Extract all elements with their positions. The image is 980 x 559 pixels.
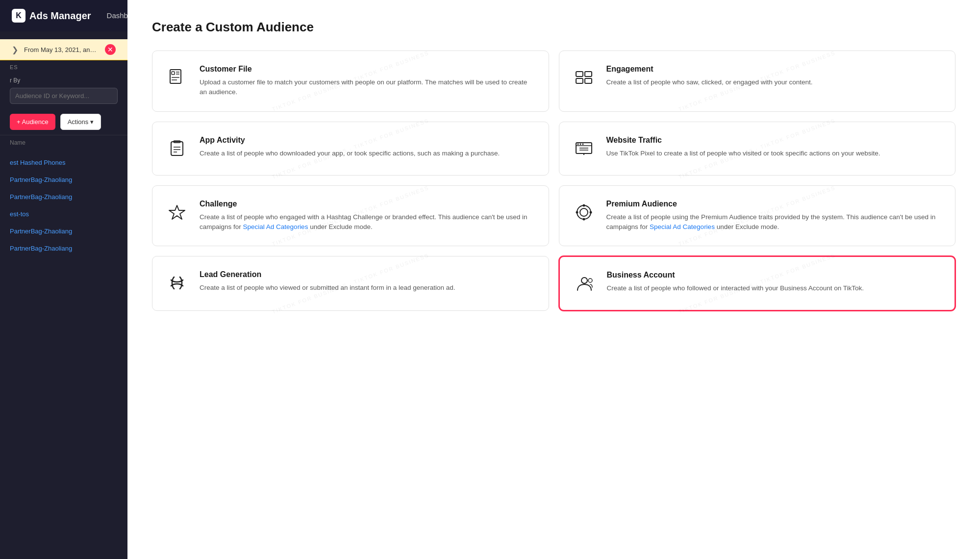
- svg-point-19: [582, 143, 583, 145]
- svg-point-27: [582, 218, 585, 220]
- app-activity-title: App Activity: [200, 136, 535, 145]
- list-item[interactable]: est-tos: [0, 205, 127, 223]
- lead-generation-icon: [164, 270, 190, 296]
- svg-point-18: [579, 143, 581, 145]
- svg-point-28: [576, 211, 578, 213]
- list-item[interactable]: PartnerBag-Zhaoliang: [0, 223, 127, 240]
- website-traffic-card[interactable]: Website Traffic Use TikTok Pixel to crea…: [559, 122, 956, 176]
- svg-rect-9: [585, 78, 592, 83]
- challenge-title: Challenge: [200, 200, 535, 208]
- page-layout: ❯ From May 13, 2021, any audie... ✕ es r…: [0, 31, 980, 559]
- alert-text: From May 13, 2021, any audie...: [24, 46, 99, 53]
- website-traffic-icon: [571, 136, 597, 161]
- alert-close-button[interactable]: ✕: [105, 44, 116, 55]
- list-item[interactable]: PartnerBag-Zhaoliang: [0, 171, 127, 188]
- svg-point-24: [580, 208, 588, 216]
- website-traffic-desc: Use TikTok Pixel to create a list of peo…: [606, 149, 942, 158]
- customer-file-title: Customer File: [200, 65, 535, 74]
- svg-point-31: [588, 279, 592, 282]
- app-activity-desc: Create a list of people who downloaded y…: [200, 149, 535, 158]
- modal-title: Create a Custom Audience: [152, 20, 955, 35]
- alert-bar: ❯ From May 13, 2021, any audie... ✕: [0, 39, 127, 60]
- business-account-title: Business Account: [607, 271, 941, 280]
- list-item[interactable]: PartnerBag-Zhaoliang: [0, 240, 127, 257]
- list-item[interactable]: est Hashed Phones: [0, 154, 127, 171]
- actions-chevron-icon: ▾: [90, 118, 94, 126]
- svg-point-17: [577, 143, 578, 145]
- premium-audience-desc: Create a list of people using the Premiu…: [606, 212, 942, 232]
- lead-generation-content: Lead Generation Create a list of people …: [200, 270, 535, 293]
- app-activity-content: App Activity Create a list of people who…: [200, 136, 535, 158]
- sidebar-section-label: es: [0, 60, 127, 72]
- customer-file-content: Customer File Upload a customer file to …: [200, 65, 535, 98]
- business-account-icon: [572, 271, 597, 296]
- business-account-card[interactable]: Business Account Create a list of people…: [559, 256, 956, 311]
- svg-point-29: [589, 211, 592, 213]
- sidebar-table-header: Name: [0, 135, 127, 150]
- engagement-title: Engagement: [606, 65, 942, 74]
- engagement-icon: [571, 65, 597, 90]
- premium-audience-content: Premium Audience Create a list of people…: [606, 200, 942, 232]
- challenge-desc: Create a list of people who engaged with…: [200, 212, 535, 232]
- challenge-card[interactable]: Challenge Create a list of people who en…: [152, 185, 549, 247]
- list-item[interactable]: PartnerBag-Zhaoliang: [0, 188, 127, 205]
- svg-point-26: [582, 204, 585, 206]
- lead-generation-desc: Create a list of people who viewed or su…: [200, 283, 535, 293]
- brand-icon: K: [12, 9, 25, 23]
- audience-search-input[interactable]: [10, 88, 118, 104]
- premium-audience-icon: [571, 200, 597, 225]
- premium-audience-title: Premium Audience: [606, 200, 942, 208]
- business-account-content: Business Account Create a list of people…: [607, 271, 941, 293]
- sidebar-filter-section: r By: [0, 72, 127, 109]
- premium-audience-card[interactable]: Premium Audience Create a list of people…: [559, 185, 956, 247]
- filter-by-label: r By: [10, 77, 118, 84]
- challenge-icon: [164, 200, 190, 225]
- svg-rect-8: [576, 78, 583, 83]
- customer-file-desc: Upload a customer file to match your cus…: [200, 77, 535, 98]
- sidebar-audience-list: est Hashed Phones PartnerBag-Zhaoliang P…: [0, 150, 127, 261]
- challenge-content: Challenge Create a list of people who en…: [200, 200, 535, 232]
- engagement-desc: Create a list of people who saw, clicked…: [606, 77, 942, 87]
- sidebar-button-row: + Audience Actions ▾: [0, 109, 127, 135]
- audience-type-grid: Customer File Upload a customer file to …: [152, 51, 955, 311]
- create-audience-button[interactable]: + Audience: [10, 114, 55, 130]
- lead-generation-card[interactable]: Lead Generation Create a list of people …: [152, 256, 549, 311]
- app-activity-card[interactable]: App Activity Create a list of people who…: [152, 122, 549, 176]
- app-activity-icon: [164, 136, 190, 161]
- customer-file-icon: [164, 65, 190, 90]
- lead-generation-title: Lead Generation: [200, 270, 535, 279]
- brand-logo[interactable]: K Ads Manager: [12, 9, 91, 23]
- website-traffic-title: Website Traffic: [606, 136, 942, 145]
- svg-rect-10: [171, 142, 183, 155]
- svg-rect-1: [172, 72, 175, 75]
- create-custom-audience-modal: Create a Custom Audience Customer File: [127, 0, 980, 559]
- premium-link[interactable]: Special Ad Categories: [650, 223, 715, 230]
- svg-rect-6: [576, 72, 583, 76]
- svg-point-25: [577, 205, 591, 219]
- svg-rect-7: [585, 72, 592, 76]
- create-audience-label: + Audience: [17, 118, 49, 126]
- customer-file-card[interactable]: Customer File Upload a customer file to …: [152, 51, 549, 112]
- actions-button[interactable]: Actions ▾: [60, 114, 101, 130]
- website-traffic-content: Website Traffic Use TikTok Pixel to crea…: [606, 136, 942, 158]
- engagement-content: Engagement Create a list of people who s…: [606, 65, 942, 87]
- alert-prev-arrow[interactable]: ❯: [12, 45, 18, 54]
- brand-name: Ads Manager: [29, 10, 91, 22]
- challenge-link[interactable]: Special Ad Categories: [243, 223, 308, 230]
- svg-point-30: [581, 278, 587, 283]
- sidebar: ❯ From May 13, 2021, any audie... ✕ es r…: [0, 31, 127, 559]
- actions-label: Actions: [68, 118, 89, 126]
- engagement-card[interactable]: Engagement Create a list of people who s…: [559, 51, 956, 112]
- col-name: Name: [10, 139, 25, 146]
- business-account-desc: Create a list of people who followed or …: [607, 283, 941, 293]
